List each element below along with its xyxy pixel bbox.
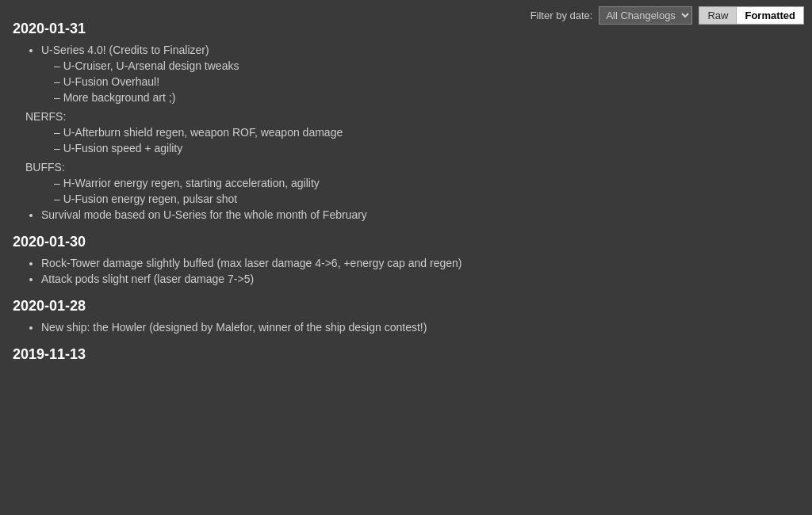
sub-item: – U-Fusion energy regen, pulsar shot [13, 193, 527, 205]
sub-item: – More background art ;) [13, 91, 527, 104]
formatted-button[interactable]: Formatted [736, 6, 804, 25]
section-label: BUFFS: [13, 161, 527, 174]
raw-button[interactable]: Raw [699, 6, 736, 25]
sub-item: – H-Warrior energy regen, starting accel… [13, 177, 527, 189]
filter-label: Filter by date: [530, 10, 593, 21]
entry-list: New ship: the Howler (designed by Malefo… [13, 321, 527, 334]
sub-item: – U-Fusion speed + agility [13, 142, 527, 154]
list-item: New ship: the Howler (designed by Malefo… [41, 321, 527, 334]
filter-select[interactable]: All Changelogs [599, 6, 692, 25]
filter-bar: Filter by date: All Changelogs Raw Forma… [530, 6, 804, 25]
changelog-container: 2020-01-31U-Series 4.0! (Credits to Fina… [0, 0, 539, 377]
entry-list: Survival mode based on U-Series for the … [13, 208, 527, 221]
section-label: NERFS: [13, 110, 527, 123]
view-toggle: Raw Formatted [699, 6, 804, 25]
list-item: Rock-Tower damage slightly buffed (max l… [41, 257, 527, 269]
list-item: Attack pods slight nerf (laser damage 7-… [41, 273, 527, 285]
date-header: 2020-01-31 [13, 21, 527, 37]
sub-item: – U-Fusion Overhaul! [13, 75, 527, 88]
sub-item: – U-Afterburn shield regen, weapon ROF, … [13, 126, 527, 139]
entry-list: U-Series 4.0! (Credits to Finalizer) [13, 44, 527, 56]
date-header: 2019-11-13 [13, 346, 527, 363]
sub-item: – U-Cruiser, U-Arsenal design tweaks [13, 59, 527, 72]
date-header: 2020-01-30 [13, 234, 527, 250]
list-item: Survival mode based on U-Series for the … [41, 208, 527, 221]
date-header: 2020-01-28 [13, 298, 527, 315]
entry-list: Rock-Tower damage slightly buffed (max l… [13, 257, 527, 285]
list-item: U-Series 4.0! (Credits to Finalizer) [41, 44, 527, 56]
